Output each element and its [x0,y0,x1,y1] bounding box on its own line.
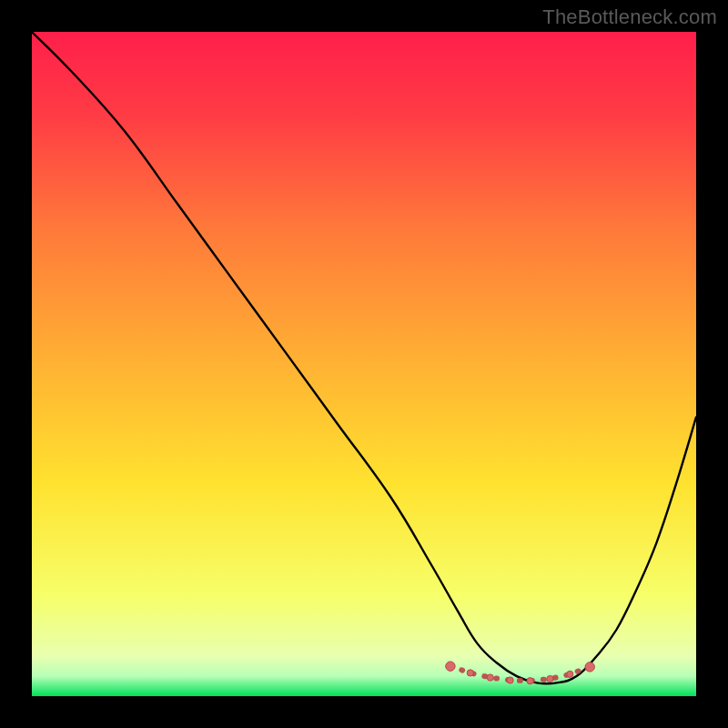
chart-frame: TheBottleneck.com [0,0,728,728]
optimal-marker [507,677,513,683]
optimal-marker [527,678,533,684]
optimal-marker [547,675,553,682]
optimal-marker [446,662,455,671]
optimal-marker [487,674,493,681]
optimal-marker [585,662,594,672]
optimal-marker [467,670,473,676]
watermark-text: TheBottleneck.com [542,5,717,29]
plot-area [32,32,696,696]
gradient-bg [32,32,696,696]
bottleneck-chart [32,32,696,696]
optimal-marker [567,671,573,677]
